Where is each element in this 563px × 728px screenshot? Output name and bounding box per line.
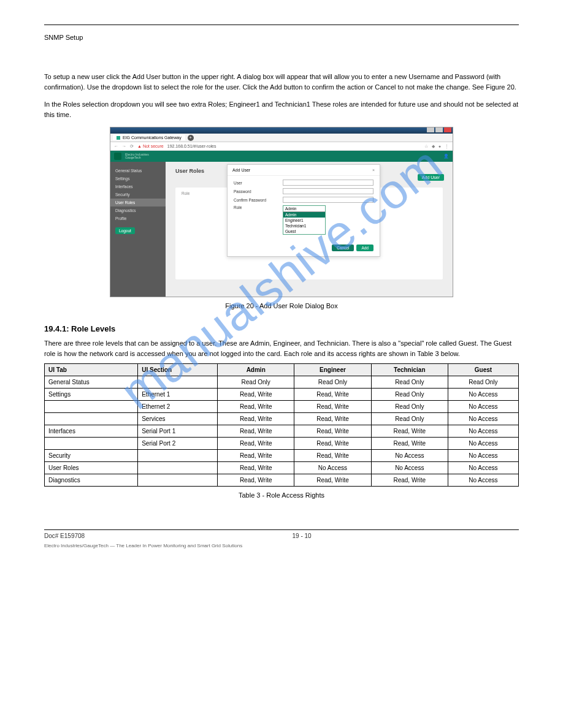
intro-para-1: To setup a new user click the Add User b… (44, 72, 519, 92)
topbar-user-icon[interactable]: 👤 (443, 154, 449, 159)
table-cell (138, 474, 218, 487)
table-cell: General Status (45, 376, 138, 389)
table-cell: Read Only (371, 401, 448, 413)
reload-icon[interactable]: ⟳ (130, 144, 134, 149)
confirm-password-label: Confirm Password (234, 198, 283, 202)
table-cell: Diagnostics (45, 474, 138, 487)
sidebar-item-user-roles[interactable]: User Roles (110, 199, 166, 207)
table-cell (45, 401, 138, 413)
table-cell: Read, Write (218, 401, 294, 413)
th-guest: Guest (448, 364, 518, 376)
tab-favicon (117, 136, 120, 140)
add-user-button[interactable]: Add User (418, 174, 444, 181)
ext-icon[interactable]: ◆ (432, 144, 435, 149)
star-icon[interactable]: ☆ (424, 144, 428, 149)
sidebar-item-profile[interactable]: Profile (110, 214, 166, 222)
role-option[interactable]: Admin (283, 212, 325, 218)
role-label: Role (234, 205, 283, 210)
table-cell: Read, Write (294, 438, 371, 450)
not-secure-label: ▲ Not secure (137, 144, 164, 148)
sidebar-item-interfaces[interactable]: Interfaces (110, 183, 166, 191)
forward-icon[interactable]: → (122, 144, 126, 148)
table-cell: Read, Write (218, 438, 294, 450)
brand-line2: GaugeTech (125, 156, 149, 159)
browser-tabrow: EIG Communications Gateway + (110, 134, 453, 142)
user-input[interactable] (283, 180, 373, 186)
table-cell: No Access (448, 413, 518, 425)
intro-para-2: In the Roles selection dropdown you will… (44, 99, 519, 119)
window-titlebar (110, 127, 453, 134)
cancel-button[interactable]: Cancel (332, 245, 354, 251)
table-cell: No Access (448, 462, 518, 474)
new-tab-button[interactable]: + (188, 135, 194, 141)
sidebar-item-security[interactable]: Security (110, 191, 166, 199)
sidebar-item-diagnostics[interactable]: Diagnostics (110, 207, 166, 214)
table-cell: Read Only (448, 376, 518, 389)
table-cell: Read, Write (218, 450, 294, 462)
footer-left: Doc# E159708 (44, 533, 85, 539)
table-cell: User Roles (45, 462, 138, 474)
table-cell: Read, Write (294, 401, 371, 413)
role-option[interactable]: Guest (283, 229, 325, 234)
table-cell: Serial Port 1 (138, 425, 218, 438)
top-rule (44, 25, 519, 25)
table-cell: Read Only (371, 413, 448, 425)
role-option[interactable]: Admin (283, 206, 325, 212)
embedded-screenshot: EIG Communications Gateway + ← → ⟳ ▲ Not… (110, 127, 453, 297)
add-user-modal: Add User × User Password Confirm Passwor… (227, 164, 380, 257)
table-cell: No Access (371, 462, 448, 474)
sidebar-item-general-status[interactable]: General Status (110, 167, 166, 175)
table-cell (45, 413, 138, 425)
table-cell: Read, Write (294, 450, 371, 462)
table-cell: Read, Write (371, 425, 448, 438)
profile-icon[interactable]: ● (439, 144, 441, 149)
figure-caption: Figure 20 - Add User Role Dialog Box (44, 302, 519, 309)
password-input[interactable] (283, 188, 373, 194)
header-left: SNMP Setup (44, 34, 83, 41)
th-technician: Technician (371, 364, 448, 376)
table-cell: Read Only (294, 376, 371, 389)
role-select[interactable]: Admin Admin Engineer1 Technician1 Guest (283, 205, 326, 235)
table-cell: Ethernet 2 (138, 401, 218, 413)
role-option[interactable]: Engineer1 (283, 218, 325, 223)
url-text[interactable]: 192.168.0.51/#/user-roles (167, 144, 216, 148)
table-cell: Read, Write (371, 474, 448, 487)
table-cell: No Access (448, 425, 518, 438)
browser-addressbar: ← → ⟳ ▲ Not secure 192.168.0.51/#/user-r… (110, 142, 453, 151)
app-content: User Roles Add User Role Add User × User… (166, 162, 453, 297)
password-label: Password (234, 189, 283, 194)
back-icon[interactable]: ← (114, 144, 118, 148)
table-cell: Read Only (371, 376, 448, 389)
table-cell: Read, Write (218, 425, 294, 438)
page-footer: Doc# E159708 19 - 10 (44, 533, 519, 539)
table-cell: Read Only (371, 389, 448, 401)
add-button[interactable]: Add (356, 245, 373, 251)
th-admin: Admin (218, 364, 294, 376)
table-cell: Read, Write (294, 425, 371, 438)
sidebar-item-settings[interactable]: Settings (110, 175, 166, 183)
browser-tab[interactable]: EIG Communications Gateway (113, 135, 185, 140)
modal-title: Add User (232, 168, 250, 172)
table-cell: Services (138, 413, 218, 425)
table-cell: Settings (45, 389, 138, 401)
table-cell: Read, Write (294, 474, 371, 487)
table-cell: No Access (371, 450, 448, 462)
role-option[interactable]: Technician1 (283, 223, 325, 229)
table-cell: No Access (448, 401, 518, 413)
tab-title: EIG Communications Gateway (123, 135, 182, 140)
table-cell: Read, Write (218, 389, 294, 401)
logout-button[interactable]: Logout (115, 227, 135, 234)
table-cell: Read, Write (218, 413, 294, 425)
brand-logo (114, 153, 121, 160)
table-cell: Interfaces (45, 425, 138, 438)
table-cell: Read, Write (218, 462, 294, 474)
menu-icon[interactable]: ⋮ (445, 144, 449, 149)
table-cell: Ethernet 1 (138, 389, 218, 401)
table-caption: Table 3 - Role Access Rights (44, 491, 519, 499)
addrbar-right-icons: ☆ ◆ ● ⋮ (424, 144, 449, 149)
th-engineer: Engineer (294, 364, 371, 376)
th-ui-tab: UI Tab (45, 364, 138, 376)
table-cell: Read, Write (218, 474, 294, 487)
close-icon[interactable]: × (372, 168, 375, 172)
confirm-password-input[interactable] (283, 197, 373, 203)
